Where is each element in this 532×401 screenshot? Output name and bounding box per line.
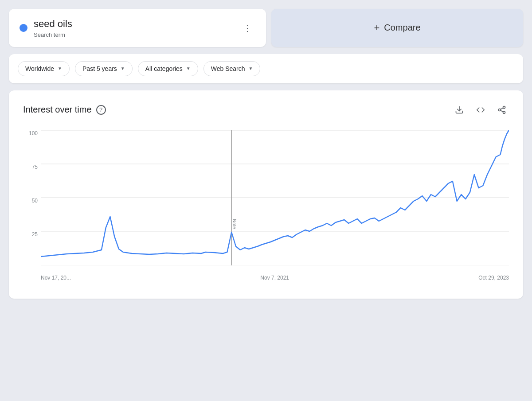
search-term-label: Search term <box>34 31 72 38</box>
category-filter-label: All categories <box>145 65 183 72</box>
compare-plus-icon: + <box>374 22 379 34</box>
trend-line <box>41 132 508 257</box>
x-axis-labels: Nov 17, 20... Nov 7, 2021 Oct 29, 2023 <box>41 275 509 281</box>
y-label-100: 100 <box>25 130 38 136</box>
download-icon <box>455 105 464 114</box>
search-type-filter-button[interactable]: Web Search ▼ <box>203 61 261 76</box>
blue-dot-indicator <box>20 24 27 32</box>
chart-container: 100 75 50 25 Note <box>27 130 509 281</box>
more-options-button[interactable]: ⋮ <box>239 19 255 37</box>
svg-text:Note: Note <box>232 219 237 229</box>
trend-line-dashed <box>508 130 509 132</box>
search-term-card: seed oils Search term ⋮ <box>9 9 266 47</box>
compare-card[interactable]: + Compare <box>271 9 523 47</box>
chart-actions <box>452 103 509 117</box>
svg-line-4 <box>501 110 503 112</box>
region-chevron-icon: ▼ <box>58 66 62 71</box>
help-icon[interactable]: ? <box>96 105 106 115</box>
filters-section: Worldwide ▼ Past 5 years ▼ All categorie… <box>9 54 523 83</box>
search-type-chevron-icon: ▼ <box>248 66 253 71</box>
search-term-left: seed oils Search term <box>20 18 72 38</box>
y-label-75: 75 <box>25 164 38 170</box>
x-label-end: Oct 29, 2023 <box>478 275 509 281</box>
search-term-text: seed oils Search term <box>34 18 72 38</box>
search-term-name: seed oils <box>34 18 72 31</box>
top-section: seed oils Search term ⋮ + Compare <box>9 9 523 47</box>
chart-title: Interest over time <box>23 105 92 115</box>
download-button[interactable] <box>452 103 466 117</box>
category-chevron-icon: ▼ <box>186 66 191 71</box>
x-label-start: Nov 17, 20... <box>41 275 71 281</box>
compare-label: Compare <box>384 23 420 33</box>
time-chevron-icon: ▼ <box>121 66 125 71</box>
chart-header: Interest over time ? <box>23 103 509 117</box>
region-filter-button[interactable]: Worldwide ▼ <box>18 61 70 76</box>
three-dots-icon: ⋮ <box>243 23 252 33</box>
chart-card: Interest over time ? <box>9 90 523 299</box>
chart-title-group: Interest over time ? <box>23 105 106 115</box>
share-icon <box>497 105 506 114</box>
y-label-25: 25 <box>25 231 38 237</box>
code-icon <box>476 105 485 114</box>
time-filter-label: Past 5 years <box>82 65 117 72</box>
embed-button[interactable] <box>473 103 488 117</box>
search-type-filter-label: Web Search <box>211 65 245 72</box>
interest-chart: Note <box>41 130 509 265</box>
x-label-mid: Nov 7, 2021 <box>260 275 289 281</box>
region-filter-label: Worldwide <box>25 65 54 72</box>
share-button[interactable] <box>495 103 509 117</box>
category-filter-button[interactable]: All categories ▼ <box>138 61 198 76</box>
time-filter-button[interactable]: Past 5 years ▼ <box>75 61 133 76</box>
question-mark: ? <box>99 106 102 113</box>
svg-line-5 <box>501 108 503 109</box>
y-label-50: 50 <box>25 198 38 204</box>
